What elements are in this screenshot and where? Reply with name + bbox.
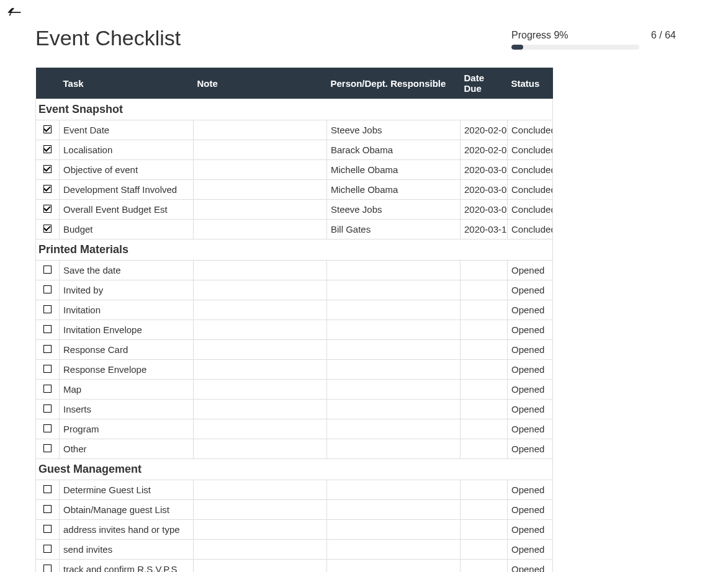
status-cell: Concluded [508, 180, 553, 200]
date-cell [461, 520, 508, 540]
person-cell [327, 340, 461, 360]
task-checkbox[interactable] [43, 545, 52, 553]
col-task-header: Task [60, 68, 194, 99]
table-row: InsertsOpened [36, 400, 553, 419]
task-checkbox[interactable] [43, 145, 52, 153]
table-row: Overall Event Budget EstSteeve Jobs2020-… [36, 200, 553, 220]
status-cell: Opened [508, 439, 553, 459]
status-cell: Opened [508, 380, 553, 400]
person-cell [327, 280, 461, 300]
person-cell: Michelle Obama [327, 160, 461, 180]
task-checkbox[interactable] [43, 205, 52, 213]
task-cell: Map [60, 380, 194, 400]
back-arrow-icon [6, 5, 24, 22]
date-cell [461, 439, 508, 459]
person-cell: Bill Gates [327, 220, 461, 239]
table-row: BudgetBill Gates2020-03-11Concluded [36, 220, 553, 239]
date-cell [461, 560, 508, 573]
table-row: Invited byOpened [36, 280, 553, 300]
task-checkbox[interactable] [43, 565, 52, 572]
checkbox-cell [36, 140, 60, 160]
task-cell: Save the date [60, 261, 194, 280]
note-cell [194, 140, 327, 160]
checkbox-cell [36, 480, 60, 500]
date-cell [461, 360, 508, 380]
status-cell: Opened [508, 560, 553, 573]
task-cell: Other [60, 439, 194, 459]
status-cell: Opened [508, 520, 553, 540]
task-checkbox[interactable] [43, 444, 52, 452]
table-row: Response CardOpened [36, 340, 553, 360]
person-cell [327, 480, 461, 500]
back-button[interactable] [6, 5, 24, 22]
status-cell: Opened [508, 480, 553, 500]
progress-block: Progress 9% 6 / 64 [511, 30, 676, 50]
task-checkbox[interactable] [43, 485, 52, 493]
person-cell [327, 360, 461, 380]
date-cell [461, 540, 508, 560]
note-cell [194, 439, 327, 459]
status-cell: Opened [508, 400, 553, 419]
task-checkbox[interactable] [43, 185, 52, 193]
task-cell: Invitation Envelope [60, 320, 194, 340]
checkbox-cell [36, 220, 60, 239]
checkbox-cell [36, 180, 60, 200]
task-checkbox[interactable] [43, 325, 52, 333]
task-cell: Localisation [60, 140, 194, 160]
section-header: Printed Materials [36, 239, 553, 261]
person-cell [327, 439, 461, 459]
task-checkbox[interactable] [43, 225, 52, 233]
task-checkbox[interactable] [43, 365, 52, 373]
task-checkbox[interactable] [43, 404, 52, 413]
note-cell [194, 320, 327, 340]
person-cell [327, 560, 461, 573]
person-cell: Steeve Jobs [327, 200, 461, 220]
table-row: send invitesOpened [36, 540, 553, 560]
task-checkbox[interactable] [43, 266, 52, 274]
status-cell: Concluded [508, 200, 553, 220]
person-cell [327, 261, 461, 280]
date-cell [461, 320, 508, 340]
task-cell: Obtain/Manage guest List [60, 500, 194, 520]
checkbox-cell [36, 280, 60, 300]
task-cell: track and confirm R.S.V.P.S [60, 560, 194, 573]
date-cell: 2020-02-03 [461, 140, 508, 160]
note-cell [194, 400, 327, 419]
task-cell: address invites hand or type [60, 520, 194, 540]
table-row: OtherOpened [36, 439, 553, 459]
date-cell [461, 261, 508, 280]
date-cell: 2020-03-07 [461, 180, 508, 200]
task-checkbox[interactable] [43, 424, 52, 432]
section-header: Guest Management [36, 459, 553, 480]
table-row: Save the dateOpened [36, 261, 553, 280]
task-checkbox[interactable] [43, 345, 52, 353]
task-checkbox[interactable] [43, 305, 52, 313]
task-cell: Overall Event Budget Est [60, 200, 194, 220]
status-cell: Concluded [508, 160, 553, 180]
person-cell: Barack Obama [327, 140, 461, 160]
status-cell: Opened [508, 360, 553, 380]
note-cell [194, 261, 327, 280]
task-checkbox[interactable] [43, 385, 52, 393]
task-cell: Inserts [60, 400, 194, 419]
task-checkbox[interactable] [43, 505, 52, 513]
status-cell: Concluded [508, 120, 553, 140]
note-cell [194, 560, 327, 573]
note-cell [194, 180, 327, 200]
note-cell [194, 340, 327, 360]
status-cell: Opened [508, 419, 553, 439]
task-checkbox[interactable] [43, 285, 52, 293]
status-cell: Opened [508, 500, 553, 520]
task-checkbox[interactable] [43, 165, 52, 173]
checkbox-cell [36, 400, 60, 419]
task-checkbox[interactable] [43, 525, 52, 533]
checkbox-cell [36, 261, 60, 280]
task-checkbox[interactable] [43, 125, 52, 133]
person-cell [327, 300, 461, 320]
col-date-header: Date Due [461, 68, 508, 99]
status-cell: Opened [508, 300, 553, 320]
status-cell: Opened [508, 320, 553, 340]
checkbox-cell [36, 320, 60, 340]
note-cell [194, 500, 327, 520]
person-cell: Michelle Obama [327, 180, 461, 200]
